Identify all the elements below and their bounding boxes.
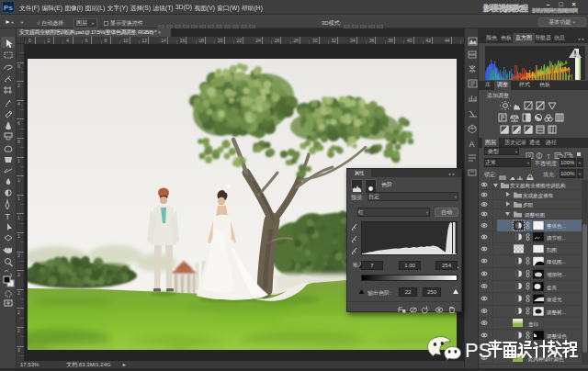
svg-text:调整组图: 调整组图 — [524, 212, 545, 219]
svg-text:完成磨皮修饰: 完成磨皮修饰 — [523, 193, 554, 199]
svg-text:安文超商业修图培训机构: 安文超商业修图培训机构 — [510, 183, 566, 189]
svg-text:A: A — [469, 140, 475, 149]
svg-text:做逆光: 做逆光 — [546, 297, 562, 303]
svg-text:扣图: 扣图 — [546, 247, 557, 253]
svg-text:降低图...: 降低图... — [547, 259, 567, 265]
svg-text:调节组...: 调节组... — [546, 235, 567, 242]
svg-text:整体色...: 整体色... — [547, 223, 567, 229]
svg-text:盖印: 盖印 — [528, 321, 538, 328]
svg-text:提亮: 提亮 — [547, 285, 558, 291]
svg-text:夕阳: 夕阳 — [523, 202, 533, 208]
svg-text:增加明...: 增加明... — [547, 272, 567, 277]
svg-text:T: T — [6, 212, 11, 221]
svg-text:PS: PS — [465, 339, 492, 362]
svg-text:T: T — [547, 153, 551, 160]
svg-text:调整树...: 调整树... — [546, 309, 567, 316]
